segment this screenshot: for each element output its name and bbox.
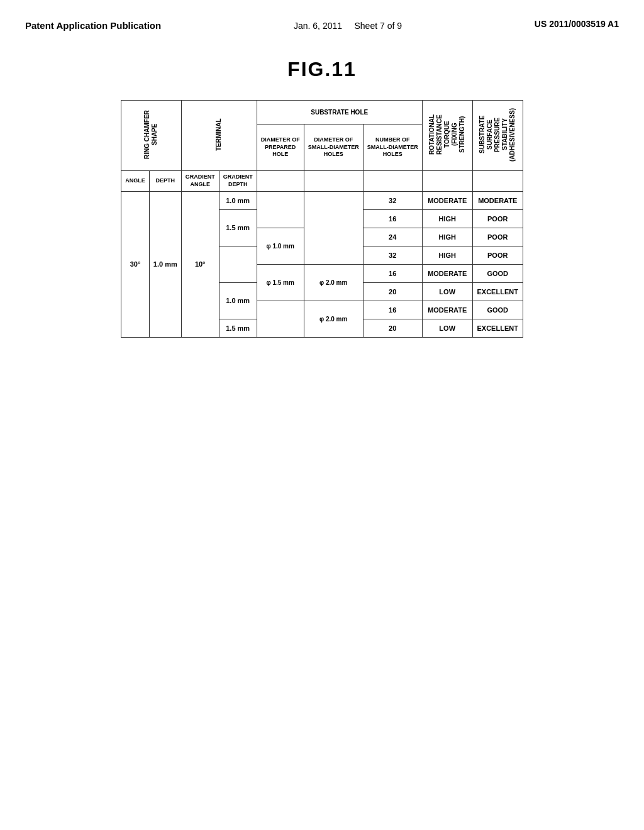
cell-num-holes-1: 32 [363,191,422,209]
cell-prep-hole-3: φ 1.0 mm [257,228,304,264]
col-header-adhesive: SUBSTRATESURFACEPRESSURESTABILITY(ADHESI… [472,101,523,171]
cell-adhesive-4: POOR [472,246,523,264]
col-header-torque: ROTATIONALRESISTANCETORQUE(FIXINGSTRENGT… [422,101,472,171]
cell-term-angle-1: 10° [181,191,219,337]
cell-torque-4: HIGH [422,246,472,264]
cell-num-holes-3: 24 [363,228,422,246]
cell-adhesive-3: POOR [472,228,523,246]
table-subheader-row: ANGLE DEPTH GRADIENTANGLE GRADIENTDEPTH [121,171,523,191]
cell-num-holes-8: 20 [363,319,422,337]
cell-prep-hole-7 [257,301,304,337]
cell-torque-7: MODERATE [422,301,472,319]
col-header-num-holes: NUMBER OFSMALL-DIAMETERHOLES [363,124,422,171]
cell-term-depth-4 [219,246,257,282]
col-subheader-small-diam-empty [304,171,363,191]
col-header-terminal: TERMINAL [181,101,257,171]
cell-prep-hole-1 [257,191,304,228]
cell-num-holes-7: 16 [363,301,422,319]
col-subheader-torque-empty [422,171,472,191]
data-table-container: RING CHAMFERSHAPE TERMINAL SUBSTRATE HOL… [0,100,644,309]
cell-ring-angle-1: 30° [121,191,150,337]
cell-torque-5: MODERATE [422,264,472,282]
cell-torque-2: HIGH [422,209,472,228]
publication-date: Jan. 6, 2011 [294,21,342,31]
patent-number: US 2011/0003519 A1 [535,19,619,29]
cell-num-holes-5: 16 [363,264,422,282]
table-row: 30° 1.0 mm 10° 1.0 mm 32 MODERATE MODERA… [121,191,523,209]
publication-date-sheet: Jan. 6, 2011 Sheet 7 of 9 [294,19,402,33]
figure-label: FIG.11 [0,58,644,81]
col-header-ring-chamfer: RING CHAMFERSHAPE [121,101,181,171]
cell-torque-1: MODERATE [422,191,472,209]
sheet-info: Sheet 7 of 9 [354,21,402,31]
cell-adhesive-2: POOR [472,209,523,228]
cell-adhesive-6: EXCELLENT [472,282,523,301]
col-subheader-grad-angle: GRADIENTANGLE [181,171,219,191]
cell-num-holes-6: 20 [363,282,422,301]
col-subheader-num-holes-empty [363,171,422,191]
cell-torque-8: LOW [422,319,472,337]
col-subheader-adhesive-empty [472,171,523,191]
data-table: RING CHAMFERSHAPE TERMINAL SUBSTRATE HOL… [121,100,523,338]
cell-torque-6: LOW [422,282,472,301]
col-subheader-depth: DEPTH [149,171,181,191]
cell-small-diam-5: φ 2.0 mm [304,264,363,301]
cell-num-holes-2: 16 [363,209,422,228]
cell-torque-3: HIGH [422,228,472,246]
cell-term-depth-6: 1.0 mm [219,282,257,319]
cell-term-depth-8: 1.5 mm [219,319,257,337]
col-header-substrate-hole: SUBSTRATE HOLE [257,101,422,124]
col-subheader-grad-depth: GRADIENTDEPTH [219,171,257,191]
cell-adhesive-8: EXCELLENT [472,319,523,337]
publication-title: Patent Application Publication [25,19,161,32]
col-subheader-angle: ANGLE [121,171,150,191]
cell-ring-depth-1: 1.0 mm [149,191,181,337]
cell-adhesive-1: MODERATE [472,191,523,209]
col-header-prep-hole: DIAMETER OFPREPAREDHOLE [257,124,304,171]
table-header-row-1: RING CHAMFERSHAPE TERMINAL SUBSTRATE HOL… [121,101,523,124]
col-subheader-prep-hole-empty [257,171,304,191]
cell-adhesive-5: GOOD [472,264,523,282]
page-header: Patent Application Publication Jan. 6, 2… [0,0,644,33]
cell-prep-hole-5: φ 1.5 mm [257,264,304,301]
cell-adhesive-7: GOOD [472,301,523,319]
col-header-small-diam: DIAMETER OFSMALL-DIAMETERHOLES [304,124,363,171]
cell-term-depth-1: 1.0 mm [219,191,257,209]
cell-small-diam-1 [304,191,363,264]
cell-num-holes-4: 32 [363,246,422,264]
cell-term-depth-2: 1.5 mm [219,209,257,246]
cell-small-diam-7: φ 2.0 mm [304,301,363,337]
